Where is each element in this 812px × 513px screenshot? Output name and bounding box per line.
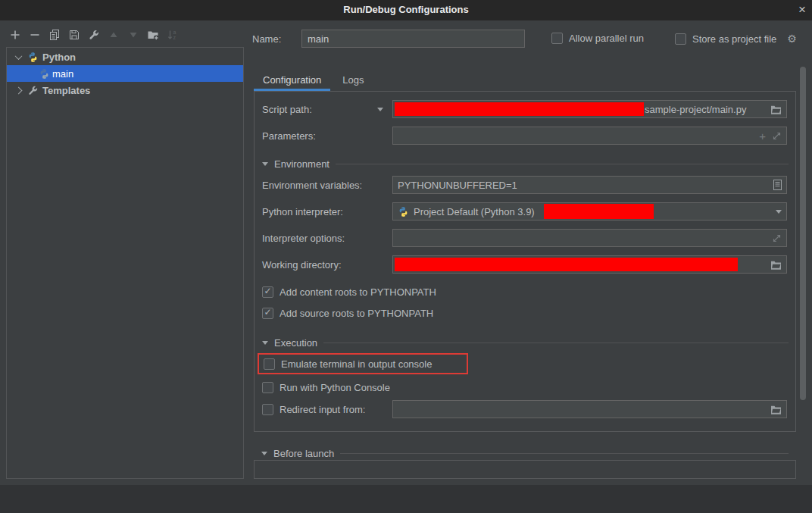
chevron-down-icon[interactable] — [377, 108, 383, 111]
wrench-icon — [27, 85, 39, 96]
add-icon[interactable]: + — [759, 130, 766, 142]
tree-group-templates-label: Templates — [42, 85, 90, 96]
annotation-highlight: Emulate terminal in output console — [258, 353, 468, 374]
python-interpreter-label: Python interpreter: — [262, 206, 343, 217]
tree-group-python[interactable]: Python — [7, 48, 243, 65]
redaction-overlay — [395, 258, 738, 271]
expand-icon[interactable] — [772, 233, 782, 243]
add-content-roots-label: Add content roots to PYTHONPATH — [280, 286, 436, 298]
configuration-panel: Script path: sample-project/main.py Para… — [254, 91, 796, 432]
interpreter-options-row: Interpreter options: — [262, 229, 789, 247]
add-source-roots-label: Add source roots to PYTHONPATH — [280, 308, 433, 319]
vertical-scrollbar[interactable] — [800, 67, 806, 400]
add-icon[interactable] — [9, 29, 21, 41]
interpreter-options-label: Interpreter options: — [262, 233, 345, 244]
configurations-toolbar: az — [9, 29, 179, 41]
before-launch-title: Before launch — [273, 448, 334, 459]
working-directory-label: Working directory: — [262, 259, 342, 271]
remove-icon[interactable] — [29, 29, 41, 41]
close-icon[interactable]: × — [798, 2, 806, 17]
dialog-title: Run/Debug Configurations — [0, 4, 812, 15]
python-interpreter-dropdown[interactable]: Project Default (Python 3.9) — [392, 202, 787, 221]
checkbox-unchecked[interactable] — [551, 33, 563, 44]
run-with-python-console-checkbox[interactable]: Run with Python Console — [262, 380, 390, 394]
python-interpreter-value: Project Default (Python 3.9) — [414, 206, 535, 217]
execution-section-header[interactable]: Execution — [262, 335, 789, 350]
store-as-project-file-checkbox[interactable]: Store as project file ⚙ — [675, 33, 797, 45]
triangle-down-icon[interactable] — [262, 341, 268, 345]
sort-by-name-icon[interactable]: az — [167, 29, 179, 41]
folder-icon[interactable] — [770, 260, 782, 270]
run-debug-configurations-dialog: Run/Debug Configurations × az — [0, 0, 812, 513]
name-input[interactable] — [301, 30, 525, 48]
python-logo-icon — [27, 52, 39, 63]
before-launch-list[interactable] — [254, 460, 796, 479]
environment-variables-label: Environment variables: — [262, 180, 362, 191]
edit-templates-wrench-icon[interactable] — [88, 29, 100, 41]
checkbox-unchecked[interactable] — [675, 33, 686, 45]
tab-bar: Configuration Logs — [254, 70, 373, 91]
tree-group-python-label: Python — [42, 52, 76, 63]
checkbox-checked[interactable]: ✓ — [262, 286, 273, 298]
run-with-python-console-label: Run with Python Console — [280, 382, 390, 393]
before-launch-section-header[interactable]: Before launch — [261, 446, 789, 461]
environment-variables-row: Environment variables: PYTHONUNBUFFERED=… — [262, 176, 789, 194]
section-divider — [323, 343, 789, 343]
add-source-roots-checkbox[interactable]: ✓ Add source roots to PYTHONPATH — [262, 306, 433, 320]
save-icon[interactable] — [68, 29, 80, 41]
copy-icon[interactable] — [48, 29, 61, 41]
folder-icon[interactable] — [770, 105, 782, 114]
footer-bar: ? OK Cancel Apply — [0, 485, 812, 513]
environment-section-title: Environment — [274, 158, 329, 170]
name-label: Name: — [252, 33, 281, 45]
section-divider — [340, 453, 789, 454]
redaction-overlay — [544, 204, 654, 219]
move-up-icon[interactable] — [108, 29, 120, 41]
redaction-overlay — [395, 102, 644, 116]
add-content-roots-checkbox[interactable]: ✓ Add content roots to PYTHONPATH — [262, 285, 436, 299]
script-path-field[interactable]: sample-project/main.py — [392, 100, 787, 118]
checkbox-checked[interactable]: ✓ — [262, 308, 273, 319]
chevron-down-icon[interactable] — [776, 210, 782, 214]
environment-section-header[interactable]: Environment — [262, 156, 789, 171]
allow-parallel-run-checkbox[interactable]: Allow parallel run — [551, 33, 644, 44]
python-logo-icon — [39, 68, 50, 80]
list-icon[interactable] — [773, 180, 782, 190]
redirect-input-field[interactable] — [392, 400, 787, 418]
interpreter-options-field[interactable] — [392, 229, 787, 247]
script-path-label: Script path: — [262, 104, 312, 115]
script-path-value: sample-project/main.py — [645, 104, 746, 115]
svg-text:z: z — [173, 35, 176, 40]
parameters-field[interactable]: + — [392, 127, 787, 145]
tab-configuration[interactable]: Configuration — [254, 70, 330, 91]
environment-variables-field[interactable]: PYTHONUNBUFFERED=1 — [392, 176, 787, 194]
emulate-terminal-checkbox[interactable] — [264, 358, 275, 370]
tree-group-templates[interactable]: Templates — [7, 82, 243, 99]
gear-icon[interactable]: ⚙ — [787, 33, 797, 45]
redirect-input-row: Redirect input from: — [262, 400, 789, 418]
triangle-down-icon[interactable] — [261, 452, 267, 455]
triangle-down-icon[interactable] — [262, 162, 268, 166]
folder-icon[interactable] — [770, 405, 782, 414]
execution-section-title: Execution — [274, 337, 317, 349]
move-down-icon[interactable] — [127, 29, 139, 41]
working-directory-row: Working directory: — [262, 255, 789, 274]
working-directory-field[interactable] — [392, 255, 787, 274]
expand-icon[interactable] — [772, 131, 782, 141]
new-folder-icon[interactable] — [147, 29, 159, 41]
environment-variables-value: PYTHONUNBUFFERED=1 — [398, 180, 517, 191]
tree-item-main[interactable]: main — [7, 65, 243, 82]
script-path-row: Script path: sample-project/main.py — [262, 100, 789, 118]
redirect-input-checkbox[interactable] — [262, 404, 273, 415]
redirect-input-label: Redirect input from: — [280, 404, 365, 415]
python-logo-icon — [398, 206, 409, 217]
store-as-project-file-label: Store as project file — [692, 33, 776, 45]
parameters-row: Parameters: + — [262, 127, 789, 145]
chevron-down-icon[interactable] — [15, 52, 23, 60]
svg-text:a: a — [173, 30, 176, 35]
checkbox-unchecked[interactable] — [262, 382, 273, 393]
python-interpreter-row: Python interpreter: Project Default (Pyt… — [262, 202, 789, 221]
tab-logs[interactable]: Logs — [333, 70, 373, 91]
chevron-right-icon[interactable] — [15, 86, 23, 94]
parameters-label: Parameters: — [262, 130, 316, 142]
